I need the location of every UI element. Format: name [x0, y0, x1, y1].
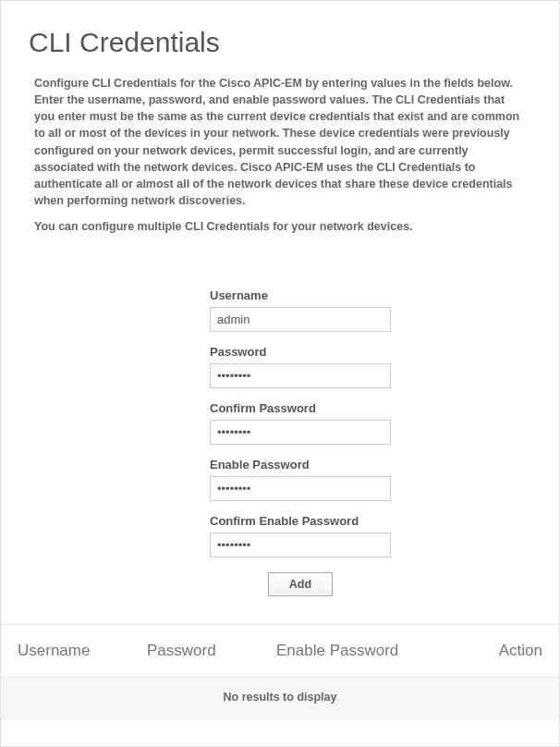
column-header-username: Username	[18, 642, 147, 660]
username-label: Username	[210, 288, 391, 302]
table-header: Username Password Enable Password Action	[1, 625, 559, 678]
credentials-form: Username Password Confirm Password Enabl…	[210, 288, 391, 596]
password-field[interactable]	[210, 363, 391, 388]
credentials-table: Username Password Enable Password Action…	[1, 624, 559, 720]
confirm-password-field[interactable]	[210, 420, 391, 445]
confirm-password-label: Confirm Password	[210, 401, 391, 415]
confirm-enable-password-field[interactable]	[210, 533, 391, 557]
password-label: Password	[210, 345, 391, 359]
confirm-enable-password-label: Confirm Enable Password	[210, 514, 391, 528]
page-title: CLI Credentials	[29, 27, 531, 58]
description-text: Configure CLI Credentials for the Cisco …	[29, 75, 531, 209]
column-header-password: Password	[147, 642, 276, 660]
enable-password-label: Enable Password	[210, 458, 391, 471]
add-button[interactable]: Add	[268, 572, 333, 596]
enable-password-field[interactable]	[210, 476, 391, 501]
no-results-row: No results to display	[1, 678, 559, 720]
column-header-enable-password: Enable Password	[276, 642, 461, 660]
column-header-action: Action	[461, 642, 542, 660]
username-field[interactable]	[210, 307, 391, 332]
subtext: You can configure multiple CLI Credentia…	[29, 220, 531, 233]
